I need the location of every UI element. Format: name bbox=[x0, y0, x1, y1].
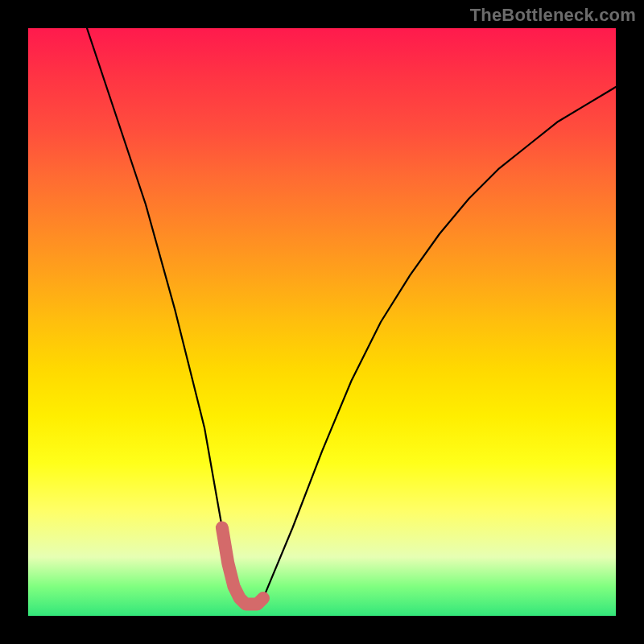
watermark-text: TheBottleneck.com bbox=[470, 5, 636, 26]
plot-area bbox=[28, 28, 616, 616]
bottleneck-curve-path bbox=[87, 28, 616, 604]
highlight-band-path bbox=[222, 528, 263, 605]
curve-layer bbox=[28, 28, 616, 616]
chart-stage: TheBottleneck.com bbox=[0, 0, 644, 644]
